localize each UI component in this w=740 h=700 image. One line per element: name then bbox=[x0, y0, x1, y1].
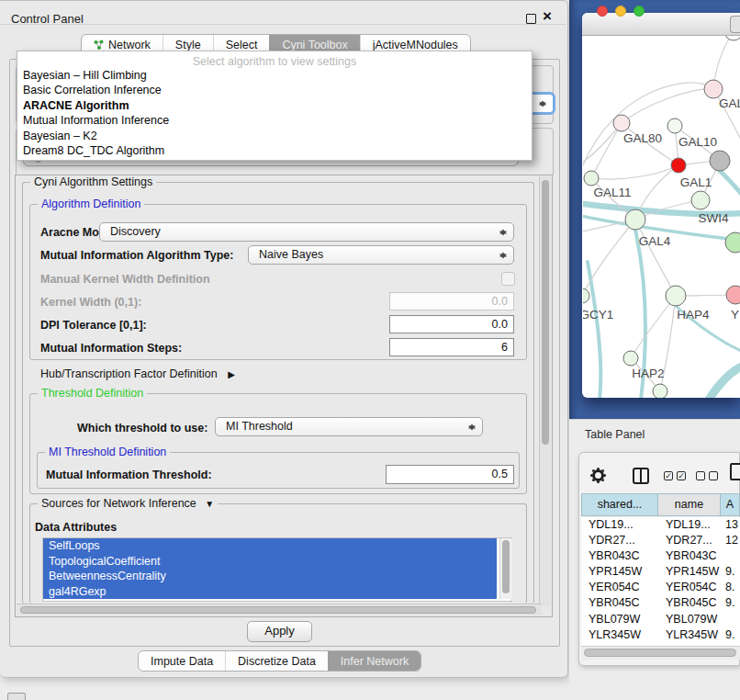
horizontal-scrollbar[interactable] bbox=[17, 604, 542, 615]
table-row[interactable]: YDR27...YDR27...12 bbox=[581, 533, 740, 548]
network-node-gal80[interactable] bbox=[613, 115, 630, 131]
unchecked-checkbox-icon[interactable] bbox=[696, 471, 705, 480]
list-scrollbar[interactable] bbox=[499, 538, 512, 599]
mi-algorithm-type-combobox[interactable]: Naive Bayes bbox=[248, 245, 514, 265]
stepper-arrows-icon bbox=[499, 249, 507, 261]
network-node-gal1[interactable] bbox=[691, 191, 710, 209]
table-cell: YPR145W bbox=[658, 564, 721, 580]
group-title: Threshold Definition bbox=[38, 387, 147, 400]
expanded-arrow-icon: ▼ bbox=[205, 499, 214, 509]
float-window-icon[interactable] bbox=[526, 14, 536, 24]
data-attributes-list[interactable]: SelfLoopsTopologicalCoefficientBetweenne… bbox=[42, 537, 512, 602]
close-panel-icon[interactable]: × bbox=[543, 7, 552, 26]
attribute-list-item[interactable]: TopologicalCoefficient bbox=[43, 554, 497, 570]
mi-steps-field[interactable]: 6 bbox=[389, 338, 514, 356]
table-horizontal-scrollbar[interactable] bbox=[581, 646, 740, 660]
network-node-y[interactable] bbox=[726, 286, 740, 304]
manual-kernel-width-checkbox[interactable] bbox=[501, 272, 515, 286]
apply-button[interactable]: Apply bbox=[247, 621, 312, 642]
table-cell bbox=[721, 548, 740, 564]
network-node-gal[interactable] bbox=[704, 80, 723, 98]
tab-label: Discretize Data bbox=[238, 655, 316, 668]
algorithm-option[interactable]: Basic Correlation Inference bbox=[23, 83, 526, 97]
algorithm-option[interactable]: Mutual Information Inference bbox=[23, 113, 526, 128]
table-cell: 8. bbox=[721, 580, 740, 595]
network-edge-highlighted[interactable] bbox=[709, 366, 740, 400]
column-header-1[interactable]: shared... bbox=[581, 493, 658, 516]
algorithm-option[interactable]: Bayesian – Hill Climbing bbox=[23, 68, 526, 83]
algorithm-option[interactable]: ARACNE Algorithm bbox=[23, 98, 526, 113]
collapsed-arrow-icon: ▶ bbox=[228, 369, 235, 379]
network-edge[interactable] bbox=[631, 296, 676, 358]
network-node-gcy1[interactable] bbox=[575, 288, 589, 303]
table-cell: YBR043C bbox=[581, 548, 658, 564]
table-row[interactable]: YBR043CYBR043C bbox=[581, 548, 740, 564]
tab-infer-network[interactable]: Infer Network bbox=[328, 651, 420, 671]
network-node[interactable] bbox=[724, 22, 740, 40]
network-edge-highlighted[interactable] bbox=[720, 171, 740, 197]
network-edge[interactable] bbox=[582, 83, 713, 167]
vertical-scrollbar[interactable] bbox=[539, 176, 551, 606]
network-node-gal4[interactable] bbox=[625, 209, 645, 230]
attribute-list-item[interactable]: SelfLoops bbox=[43, 538, 497, 554]
scrollbar-thumb[interactable] bbox=[542, 180, 549, 445]
node-label: GAL10 bbox=[678, 135, 717, 149]
table-header: shared...nameA bbox=[581, 493, 740, 516]
which-threshold-combobox[interactable]: MI Threshold bbox=[215, 417, 483, 436]
network-edge[interactable] bbox=[578, 123, 622, 165]
column-header-3[interactable]: A bbox=[721, 493, 740, 516]
sources-group-toggle[interactable]: Sources for Network Inference ▼ bbox=[38, 497, 218, 510]
network-canvas[interactable]: GALGAL80GAL10GAL1GAL11SWI4GAL4GCY1HAP4YH… bbox=[569, 0, 740, 419]
table-cell: 13 bbox=[721, 517, 740, 533]
column-layout-icon[interactable] bbox=[633, 468, 649, 484]
scrollbar-thumb[interactable] bbox=[20, 606, 536, 614]
scrollbar-thumb[interactable] bbox=[502, 540, 510, 593]
network-node-gal10[interactable] bbox=[667, 119, 682, 133]
collapsed-panel-button[interactable] bbox=[7, 693, 26, 700]
network-edge[interactable] bbox=[591, 165, 678, 179]
tab-discretize-data[interactable]: Discretize Data bbox=[225, 651, 328, 671]
column-header-2[interactable]: name bbox=[658, 493, 721, 516]
tab-label: Infer Network bbox=[341, 655, 409, 668]
table-row[interactable]: YER054CYER054C8. bbox=[581, 580, 740, 595]
table-cell bbox=[721, 612, 740, 627]
checked-checkbox-icon[interactable]: ✓ bbox=[677, 471, 686, 480]
table-row[interactable]: YPR145WYPR145W9. bbox=[581, 564, 740, 580]
table-row[interactable]: YBL079WYBL079W bbox=[581, 612, 740, 627]
manual-kernel-width-label: Manual Kernel Width Definition bbox=[40, 273, 210, 286]
tab-label: Impute Data bbox=[151, 655, 213, 668]
algorithm-option[interactable]: Dream8 DC_TDC Algorithm bbox=[23, 143, 526, 158]
dropdown-placeholder: Select algorithm to view settings bbox=[17, 55, 532, 68]
file-icon[interactable] bbox=[730, 463, 740, 480]
attribute-list-item[interactable]: gal4RGexp bbox=[43, 584, 497, 600]
network-node[interactable] bbox=[710, 151, 730, 171]
network-edge[interactable] bbox=[622, 89, 713, 123]
unchecked-checkbox-icon[interactable] bbox=[709, 471, 718, 480]
network-node-hap4[interactable] bbox=[666, 286, 686, 306]
settings-gear-icon[interactable] bbox=[592, 469, 604, 481]
mi-threshold-label: Mutual Information Threshold: bbox=[46, 469, 212, 481]
table-cell: YDL19... bbox=[658, 517, 721, 533]
network-node-swi4[interactable] bbox=[725, 232, 740, 253]
attribute-list-item[interactable]: BetweennessCentrality bbox=[43, 569, 497, 584]
network-node-hap2[interactable] bbox=[623, 351, 638, 366]
table-row[interactable]: YLR345WYLR345W9. bbox=[581, 627, 740, 643]
table-row[interactable]: YDL19...YDL19...13 bbox=[581, 517, 740, 533]
node-label: GAL80 bbox=[623, 131, 662, 145]
table-row[interactable]: YBR045CYBR045C9. bbox=[581, 595, 740, 611]
network-node[interactable] bbox=[671, 158, 686, 173]
checked-checkbox-icon[interactable]: ✓ bbox=[664, 471, 673, 480]
algorithm-option[interactable]: Bayesian – K2 bbox=[23, 129, 526, 143]
dpi-tolerance-field[interactable]: 0.0 bbox=[389, 315, 514, 333]
scrollbar-thumb[interactable] bbox=[584, 649, 736, 657]
network-node[interactable] bbox=[653, 384, 667, 399]
hub-section-toggle[interactable]: Hub/Transcription Factor Definition ▶ bbox=[40, 367, 235, 380]
table-cell: YBL079W bbox=[581, 612, 658, 627]
aracne-mode-combobox[interactable]: Discovery bbox=[99, 222, 514, 242]
network-node-gal11[interactable] bbox=[584, 171, 599, 186]
kernel-width-field[interactable]: 0.0 bbox=[389, 292, 514, 310]
table-cell: 9. bbox=[721, 627, 740, 643]
mi-threshold-field[interactable]: 0.5 bbox=[386, 465, 514, 484]
tab-impute-data[interactable]: Impute Data bbox=[139, 651, 225, 671]
table-cell: 9. bbox=[721, 564, 740, 580]
